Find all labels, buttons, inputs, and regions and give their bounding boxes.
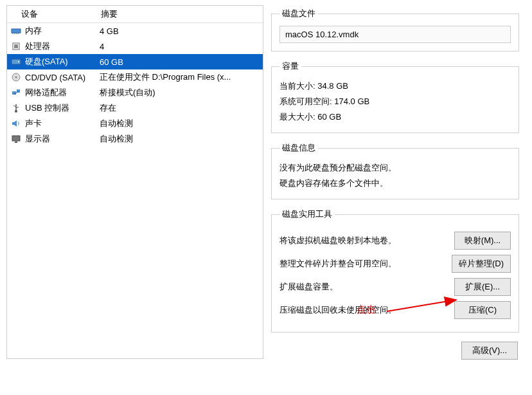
device-summary: 自动检测 <box>100 133 260 145</box>
svg-rect-20 <box>15 142 17 143</box>
detail-panel: 磁盘文件 macOS 10.12.vmdk 容量 当前大小: 34.8 GB 系… <box>271 5 526 360</box>
device-name: 显示器 <box>22 133 100 145</box>
device-summary: 桥接模式(自动) <box>100 87 260 98</box>
device-row[interactable]: 显示器自动检测 <box>7 131 263 147</box>
memory-icon <box>10 26 22 36</box>
disk-info-line-2: 硬盘内容存储在多个文件中。 <box>279 176 511 191</box>
sound-icon <box>10 118 22 129</box>
device-name: 处理器 <box>22 41 100 52</box>
device-list-panel: 设备 摘要 内存4 GB处理器4硬盘(SATA)60 GBCD/DVD (SAT… <box>6 5 263 359</box>
disk-utilities-group: 磁盘实用工具 将该虚拟机磁盘映射到本地卷。 映射(M)... 整理文件碎片并整合… <box>271 208 519 333</box>
svg-marker-18 <box>12 120 17 127</box>
map-button[interactable]: 映射(M)... <box>454 232 511 250</box>
expand-description: 扩展磁盘容量。 <box>279 281 454 293</box>
disk-file-field[interactable]: macOS 10.12.vmdk <box>279 26 511 43</box>
device-name: 网络适配器 <box>22 87 100 98</box>
device-row[interactable]: 处理器4 <box>7 39 263 54</box>
capacity-legend: 容量 <box>279 60 301 72</box>
disk-file-group: 磁盘文件 macOS 10.12.vmdk <box>271 8 519 51</box>
device-list-body: 内存4 GB处理器4硬盘(SATA)60 GBCD/DVD (SATA)正在使用… <box>7 23 263 147</box>
device-name: CD/DVD (SATA) <box>22 73 100 82</box>
cpu-icon <box>10 41 22 51</box>
expand-button[interactable]: 扩展(E)... <box>454 278 511 296</box>
svg-rect-6 <box>14 44 18 48</box>
device-row[interactable]: 声卡自动检测 <box>7 116 263 131</box>
capacity-group: 容量 当前大小: 34.8 GB 系统可用空间: 174.0 GB 最大大小: … <box>271 60 519 133</box>
device-row[interactable]: 内存4 GB <box>7 23 263 39</box>
svg-point-8 <box>18 61 19 62</box>
display-icon <box>10 134 22 144</box>
device-summary: 60 GB <box>100 57 260 67</box>
disk-info-group: 磁盘信息 没有为此硬盘预分配磁盘空间。 硬盘内容存储在多个文件中。 <box>271 142 519 199</box>
svg-rect-11 <box>12 91 16 95</box>
device-name: 硬盘(SATA) <box>22 56 100 68</box>
device-summary: 自动检测 <box>100 118 260 129</box>
device-name: 声卡 <box>22 118 100 129</box>
col-header-device: 设备 <box>7 6 97 23</box>
disk-info-legend: 磁盘信息 <box>279 142 318 154</box>
svg-point-10 <box>15 77 17 78</box>
usb-icon <box>10 103 22 113</box>
device-summary: 正在使用文件 D:\Program Files (x... <box>100 71 260 83</box>
advanced-button[interactable]: 高级(V)... <box>461 342 518 360</box>
disk-file-legend: 磁盘文件 <box>279 8 318 19</box>
disk-utilities-legend: 磁盘实用工具 <box>279 208 335 220</box>
capacity-current: 当前大小: 34.8 GB <box>279 78 511 94</box>
svg-rect-19 <box>12 136 20 141</box>
device-name: USB 控制器 <box>22 102 100 114</box>
device-row[interactable]: CD/DVD (SATA)正在使用文件 D:\Program Files (x.… <box>7 69 263 85</box>
device-row[interactable]: 硬盘(SATA)60 GB <box>7 54 263 69</box>
device-summary: 4 GB <box>100 26 260 36</box>
capacity-free: 系统可用空间: 174.0 GB <box>279 94 511 109</box>
col-header-summary: 摘要 <box>97 6 263 23</box>
defrag-description: 整理文件碎片并整合可用空间。 <box>279 258 452 270</box>
map-description: 将该虚拟机磁盘映射到本地卷。 <box>279 235 454 246</box>
net-icon <box>10 87 22 98</box>
device-summary: 4 <box>100 42 260 51</box>
svg-rect-0 <box>12 29 21 33</box>
capacity-max: 最大大小: 60 GB <box>279 109 511 125</box>
compact-description: 压缩磁盘以回收未使用的空间。 <box>279 304 454 316</box>
cd-icon <box>10 72 22 82</box>
device-summary: 存在 <box>100 102 260 114</box>
defrag-button[interactable]: 碎片整理(D) <box>452 255 511 273</box>
device-row[interactable]: USB 控制器存在 <box>7 100 263 116</box>
device-list-header: 设备 摘要 <box>7 6 263 23</box>
compact-button[interactable]: 压缩(C) <box>454 301 511 319</box>
device-row[interactable]: 网络适配器桥接模式(自动) <box>7 85 263 100</box>
hdd-icon <box>10 57 22 67</box>
disk-info-line-1: 没有为此硬盘预分配磁盘空间。 <box>279 160 511 176</box>
device-name: 内存 <box>22 25 100 37</box>
